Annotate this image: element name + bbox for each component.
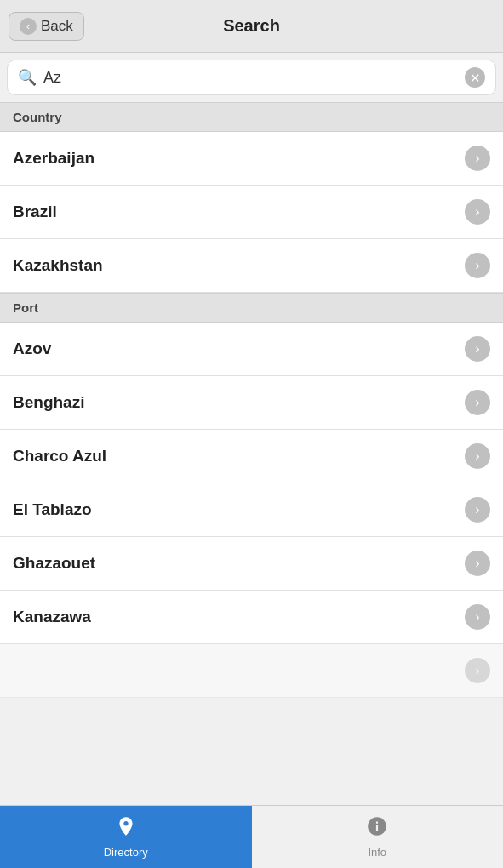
- header: ‹ Back Search: [0, 0, 503, 53]
- back-button[interactable]: ‹ Back: [9, 12, 84, 41]
- content: Country Azerbaijan › Brazil › Kazakhstan…: [0, 102, 503, 761]
- section-header-port: Port: [0, 293, 503, 323]
- tab-directory[interactable]: Directory: [0, 806, 252, 868]
- search-bar: 🔍 ✕: [7, 60, 496, 95]
- back-chevron-icon: ‹: [20, 18, 37, 35]
- list-item[interactable]: Ghazaouet ›: [0, 537, 503, 591]
- list-item[interactable]: Kanazawa ›: [0, 591, 503, 644]
- info-icon: [366, 815, 388, 843]
- list-item[interactable]: ›: [0, 644, 503, 698]
- clear-search-button[interactable]: ✕: [465, 67, 485, 88]
- chevron-right-icon: ›: [465, 146, 490, 171]
- chevron-right-icon: ›: [465, 658, 490, 683]
- chevron-right-icon: ›: [465, 199, 490, 225]
- list-item[interactable]: Charco Azul ›: [0, 430, 503, 483]
- tab-bar: Directory Info: [0, 805, 503, 868]
- chevron-right-icon: ›: [465, 604, 490, 630]
- tab-info[interactable]: Info: [252, 806, 504, 868]
- page-title: Search: [223, 16, 280, 36]
- chevron-right-icon: ›: [465, 497, 490, 523]
- chevron-right-icon: ›: [465, 336, 490, 362]
- section-header-country: Country: [0, 102, 503, 132]
- tab-info-label: Info: [368, 846, 386, 859]
- list-item[interactable]: Benghazi ›: [0, 376, 503, 430]
- list-item[interactable]: El Tablazo ›: [0, 483, 503, 537]
- search-icon: 🔍: [18, 68, 37, 87]
- directory-icon: [115, 815, 137, 843]
- chevron-right-icon: ›: [465, 253, 490, 278]
- list-item[interactable]: Kazakhstan ›: [0, 239, 503, 293]
- list-item[interactable]: Azerbaijan ›: [0, 132, 503, 186]
- chevron-right-icon: ›: [465, 390, 490, 415]
- chevron-right-icon: ›: [465, 443, 490, 469]
- list-item[interactable]: Brazil ›: [0, 186, 503, 239]
- chevron-right-icon: ›: [465, 551, 490, 576]
- list-item[interactable]: Azov ›: [0, 323, 503, 376]
- tab-directory-label: Directory: [104, 846, 148, 859]
- back-label: Back: [41, 18, 73, 35]
- search-input[interactable]: [43, 69, 465, 87]
